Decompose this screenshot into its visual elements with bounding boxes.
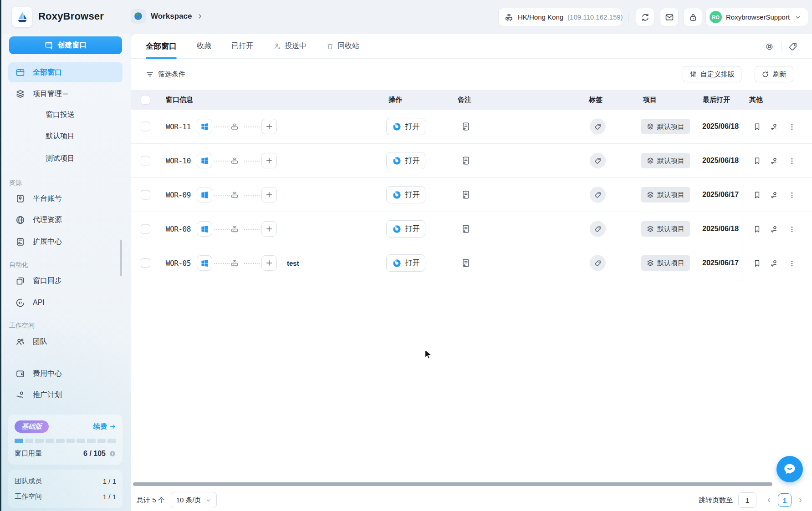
user-name: RoxybrowserSupport [726, 13, 790, 21]
sidebar-item-extension-center[interactable]: 扩展中心 [8, 232, 123, 252]
tag-button[interactable] [590, 221, 606, 237]
more-kebab-icon[interactable] [788, 157, 796, 165]
tab-dispatching[interactable]: 投送中 [273, 34, 306, 59]
person-plus-icon[interactable] [770, 122, 779, 132]
create-window-button[interactable]: 创建窗口 [9, 36, 122, 54]
add-note-icon[interactable] [461, 121, 471, 132]
project-pill[interactable]: 默认项目 [641, 119, 690, 134]
bookmark-icon[interactable] [753, 157, 761, 165]
os-windows-button[interactable] [197, 187, 212, 202]
tag-icon[interactable] [788, 42, 798, 51]
project-pill[interactable]: 默认项目 [641, 221, 690, 237]
tag-button[interactable] [590, 187, 606, 203]
open-window-button[interactable]: 打开 [386, 254, 425, 272]
sidebar-item-billing-center[interactable]: 费用中心 [8, 364, 123, 384]
bookmark-icon[interactable] [753, 191, 761, 199]
sidebar-item-all-windows[interactable]: 全部窗口 [8, 62, 123, 82]
mail-button[interactable] [660, 8, 679, 26]
os-windows-button[interactable] [197, 153, 212, 168]
add-note-icon[interactable] [461, 258, 471, 268]
person-plus-icon[interactable] [770, 191, 779, 200]
lock-button[interactable] [684, 8, 702, 26]
tab-favorites[interactable]: 收藏 [197, 34, 211, 59]
support-chat-button[interactable] [776, 456, 803, 482]
brand-name: RoxyBrowser [38, 10, 104, 22]
collapse-minus-icon[interactable] [15, 90, 115, 98]
add-proxy-button[interactable] [261, 187, 277, 202]
add-proxy-button[interactable] [261, 153, 277, 168]
open-window-button[interactable]: 打开 [386, 152, 425, 169]
more-kebab-icon[interactable] [788, 225, 796, 233]
sidebar-subitem-test-project[interactable]: 测试项目 [46, 149, 75, 167]
tab-all-windows[interactable]: 全部窗口 [146, 34, 177, 59]
more-kebab-icon[interactable] [788, 191, 796, 199]
settings-gear-icon[interactable] [765, 42, 774, 51]
row-checkbox[interactable] [141, 190, 150, 200]
bookmark-icon[interactable] [753, 225, 761, 233]
eye-off-icon[interactable] [458, 96, 465, 104]
filter-button[interactable]: 筛选条件 [146, 70, 185, 79]
workspace-breadcrumb[interactable]: Workspace [131, 9, 203, 24]
add-note-icon[interactable] [461, 190, 471, 200]
sidebar-item-api[interactable]: API [8, 293, 123, 313]
project-pill[interactable]: 默认项目 [641, 187, 690, 202]
row-checkbox[interactable] [141, 156, 150, 166]
person-plus-icon[interactable] [770, 157, 779, 166]
more-kebab-icon[interactable] [788, 259, 796, 268]
renew-link[interactable]: 续费 [93, 422, 116, 431]
row-checkbox[interactable] [141, 258, 150, 268]
refresh-button[interactable]: 刷新 [755, 66, 793, 82]
tab-recycle-bin[interactable]: 回收站 [327, 34, 359, 59]
jump-page-input[interactable] [738, 492, 756, 508]
select-all-checkbox[interactable] [141, 95, 150, 105]
sidebar-item-promotion-plan[interactable]: 推广计划 [8, 385, 123, 405]
sidebar-item-label: 全部窗口 [33, 68, 62, 77]
bookmark-icon[interactable] [753, 122, 761, 131]
current-page-button[interactable]: 1 [778, 493, 792, 507]
person-plus-icon[interactable] [770, 259, 779, 268]
more-kebab-icon[interactable] [788, 123, 796, 131]
sync-button[interactable] [636, 8, 654, 26]
tag-button[interactable] [590, 153, 606, 169]
tag-button[interactable] [590, 119, 606, 135]
row-checkbox[interactable] [141, 122, 150, 132]
proxy-info-button[interactable]: HK/Hong Kong (109.110.162.159) [498, 8, 622, 26]
project-pill[interactable]: 默认项目 [641, 255, 690, 271]
tab-opened[interactable]: 已打开 [231, 34, 253, 59]
info-icon[interactable] [109, 450, 116, 457]
horizontal-scrollbar-thumb[interactable] [133, 482, 772, 486]
page-size-select[interactable]: 10 条/页 [171, 492, 217, 508]
person-plus-icon[interactable] [770, 225, 779, 234]
os-windows-button[interactable] [197, 119, 212, 134]
windows-logo-icon [200, 122, 209, 131]
stat-label: 工作空间 [15, 492, 42, 501]
os-windows-button[interactable] [197, 221, 212, 237]
sidebar-item-platform-accounts[interactable]: 平台账号 [8, 188, 123, 208]
tag-button[interactable] [590, 255, 606, 271]
custom-layout-button[interactable]: 自定义排版 [683, 66, 741, 82]
project-pill[interactable]: 默认项目 [641, 153, 690, 168]
add-note-icon[interactable] [461, 156, 471, 166]
sidebar-subitem-window-dispatch[interactable]: 窗口投送 [46, 106, 75, 124]
prev-page-icon[interactable] [766, 497, 772, 504]
sidebar-item-window-sync[interactable]: 窗口同步 [8, 271, 123, 291]
connector-dots [244, 161, 260, 162]
user-menu[interactable]: RO RoxybrowserSupport [705, 8, 808, 26]
os-windows-button[interactable] [197, 255, 212, 271]
row-checkbox[interactable] [141, 224, 150, 234]
sidebar-item-proxy-resources[interactable]: 代理资源 [8, 210, 123, 230]
extension-icon [15, 237, 25, 247]
sidebar-subitem-default-project[interactable]: 默认项目 [46, 127, 75, 145]
open-window-button[interactable]: 打开 [386, 186, 425, 203]
open-window-button[interactable]: 打开 [386, 220, 425, 238]
add-proxy-button[interactable] [261, 119, 277, 134]
open-window-button[interactable]: 打开 [386, 118, 425, 135]
next-page-icon[interactable] [797, 497, 804, 504]
sidebar-item-project-mgmt[interactable]: 项目管理 [8, 84, 123, 104]
sidebar-scrollbar-thumb[interactable] [120, 240, 122, 276]
sidebar-item-team[interactable]: 团队 [8, 332, 123, 352]
add-note-icon[interactable] [461, 224, 471, 234]
add-proxy-button[interactable] [261, 221, 277, 237]
bookmark-icon[interactable] [753, 259, 761, 268]
add-proxy-button[interactable] [261, 255, 277, 271]
